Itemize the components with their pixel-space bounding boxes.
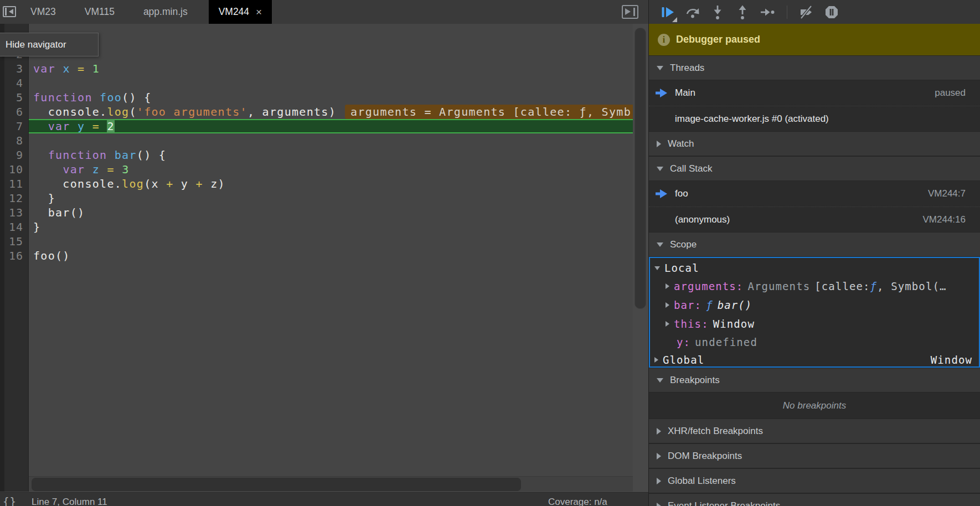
navtoggle-triangle <box>9 9 13 14</box>
section-title: DOM Breakpoints <box>668 451 742 462</box>
line-number[interactable]: 10 <box>0 162 29 177</box>
function-signature: bar() <box>718 299 752 311</box>
scope-var-arguments[interactable]: arguments: Arguments [callee: ƒ , Symbol… <box>650 277 979 296</box>
code-line[interactable] <box>29 234 633 249</box>
code-line[interactable]: foo() <box>29 249 633 263</box>
code-line[interactable] <box>29 33 633 47</box>
section-xhr-breakpoints[interactable]: XHR/fetch Breakpoints <box>649 419 980 443</box>
scope-local[interactable]: Local <box>650 259 979 277</box>
close-tab-icon[interactable]: × <box>256 7 262 17</box>
code-line[interactable] <box>29 47 633 61</box>
thread-label: image-cache-worker.js #0 (activated) <box>675 113 829 125</box>
line-number[interactable]: 3 <box>0 61 29 76</box>
line-number[interactable]: 4 <box>0 76 29 90</box>
step-icon[interactable] <box>760 4 775 20</box>
chevron-right-icon <box>657 503 661 506</box>
tab-overflow-icon[interactable] <box>622 5 638 19</box>
section-dom-breakpoints[interactable]: DOM Breakpoints <box>649 443 980 468</box>
tab-vm244-active[interactable]: VM244 × <box>209 0 272 24</box>
debugger-paused-banner: i Debugger paused <box>649 24 980 55</box>
editor-tab-bar: VM23 VM115 app.min.js VM244 × <box>0 0 648 24</box>
line-number[interactable]: 8 <box>0 133 29 148</box>
line-number[interactable]: 15 <box>0 234 29 249</box>
line-number[interactable]: 12 <box>0 191 29 205</box>
scope-var-y[interactable]: y: undefined <box>650 333 979 351</box>
var-name: bar: <box>674 299 702 311</box>
vertical-scrollbar-thumb[interactable] <box>635 28 646 309</box>
scope-global[interactable]: Global Window <box>650 351 979 368</box>
resume-dropdown-caret[interactable] <box>672 17 677 22</box>
section-title: Global Listeners <box>668 476 736 487</box>
scope-var-this[interactable]: this: Window <box>650 314 979 333</box>
deactivate-breakpoints-icon[interactable] <box>799 4 814 20</box>
tab-label: app.min.js <box>143 6 188 18</box>
code-line[interactable] <box>29 76 633 90</box>
frame-name: foo <box>675 188 688 199</box>
code-line[interactable]: console.log('foo arguments', arguments)a… <box>29 105 633 119</box>
pretty-print-icon[interactable]: {} <box>3 495 17 506</box>
code-lines[interactable]: var x = 1function foo() { console.log('f… <box>29 33 633 263</box>
section-threads[interactable]: Threads <box>649 55 980 80</box>
code-line[interactable]: console.log(x + y + z) <box>29 177 633 191</box>
line-number[interactable]: 11 <box>0 177 29 191</box>
pause-on-exceptions-icon[interactable] <box>824 4 839 20</box>
code-line[interactable]: function foo() { <box>29 90 633 105</box>
section-event-listener-breakpoints[interactable]: Event Listener Breakpoints <box>649 493 980 506</box>
code-editor[interactable]: 12345678910111213141516 var x = 1functio… <box>0 24 648 506</box>
current-thread-arrow-icon <box>656 89 667 97</box>
tab-vm115[interactable]: VM115 <box>70 0 129 24</box>
line-numbers[interactable]: 12345678910111213141516 <box>0 33 29 263</box>
code-line[interactable]: var z = 3 <box>29 162 633 177</box>
function-glyph: ƒ <box>870 280 878 292</box>
chevron-down-icon <box>654 266 660 270</box>
step-out-icon[interactable] <box>735 4 750 20</box>
editor-status-bar: {} Line 7, Column 11 Coverage: n/a <box>0 492 648 506</box>
code-line[interactable]: } <box>29 220 633 234</box>
code-line[interactable] <box>29 133 633 148</box>
overflow-bar <box>633 8 635 16</box>
frame-name: (anonymous) <box>675 214 730 225</box>
line-number[interactable]: 13 <box>0 205 29 220</box>
frame-location: VM244:7 <box>928 188 966 199</box>
hide-navigator-icon[interactable] <box>3 6 16 17</box>
line-number[interactable]: 5 <box>0 90 29 105</box>
call-stack-frame-foo[interactable]: foo VM244:7 <box>649 181 980 206</box>
section-global-listeners[interactable]: Global Listeners <box>649 468 980 493</box>
scope-var-bar[interactable]: bar: ƒ bar() <box>650 296 979 314</box>
code-line[interactable]: bar() <box>29 205 633 220</box>
tab-app-min-js[interactable]: app.min.js <box>129 0 202 24</box>
line-number[interactable]: 7 <box>0 119 29 133</box>
cursor-position: Line 7, Column 11 <box>32 497 107 506</box>
tab-vm23[interactable]: VM23 <box>16 0 70 24</box>
debugger-sidebar: i Debugger paused Threads Main paused im… <box>648 0 980 506</box>
horizontal-scrollbar[interactable] <box>29 476 633 492</box>
vertical-scrollbar[interactable] <box>633 24 648 492</box>
section-breakpoints[interactable]: Breakpoints <box>649 368 980 393</box>
step-into-icon[interactable] <box>710 4 725 20</box>
code-line[interactable]: } <box>29 191 633 205</box>
section-title: Scope <box>670 239 697 250</box>
step-over-icon[interactable] <box>685 4 700 20</box>
hide-navigator-tooltip: Hide navigator <box>0 33 99 56</box>
code-line[interactable]: var x = 1 <box>29 61 633 76</box>
chevron-right-icon <box>666 283 669 289</box>
section-watch[interactable]: Watch <box>649 131 980 156</box>
thread-row-worker[interactable]: image-cache-worker.js #0 (activated) <box>649 106 980 131</box>
section-title: Call Stack <box>670 163 713 174</box>
resume-script-icon[interactable] <box>660 4 675 20</box>
code-line-paused[interactable]: var y = 2 <box>29 119 633 133</box>
thread-row-main[interactable]: Main paused <box>649 80 980 106</box>
line-number[interactable]: 6 <box>0 105 29 119</box>
section-title: XHR/fetch Breakpoints <box>668 426 763 437</box>
section-call-stack[interactable]: Call Stack <box>649 156 980 181</box>
section-scope[interactable]: Scope <box>649 232 980 257</box>
line-number[interactable]: 14 <box>0 220 29 234</box>
line-number[interactable]: 9 <box>0 148 29 162</box>
no-breakpoints-message: No breakpoints <box>649 393 980 419</box>
call-stack-frame-anonymous[interactable]: (anonymous) VM244:16 <box>649 206 980 232</box>
line-number[interactable]: 16 <box>0 249 29 263</box>
horizontal-scrollbar-thumb[interactable] <box>32 478 521 491</box>
debugger-toolbar <box>649 0 980 24</box>
chevron-right-icon <box>657 141 661 147</box>
code-line[interactable]: function bar() { <box>29 148 633 162</box>
